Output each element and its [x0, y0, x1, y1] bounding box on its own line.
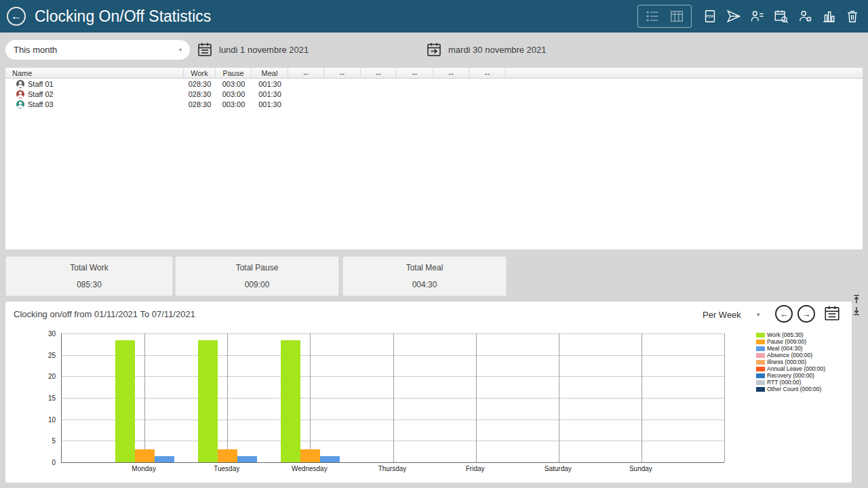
work-value: 028:30: [184, 90, 216, 98]
bar-meal: [320, 456, 340, 463]
legend-item: Annual Leave (000:00): [756, 366, 825, 372]
period-dropdown[interactable]: This month ▾: [5, 40, 190, 60]
bar-meal: [155, 456, 174, 463]
chevron-down-icon[interactable]: ▾: [757, 311, 760, 318]
x-axis-label: Monday: [132, 465, 156, 472]
legend-item: Recovery (000:00): [756, 373, 825, 379]
v-gridline: [393, 333, 394, 462]
end-date-picker[interactable]: mardi 30 novembre 2021: [426, 41, 547, 58]
y-tick-label: 25: [48, 351, 56, 359]
column-header-work[interactable]: Work: [184, 68, 216, 78]
staff-avatar: [16, 80, 24, 88]
start-date-picker[interactable]: lundi 1 novembre 2021: [197, 41, 309, 58]
page-title: Clocking On/Off Statistics: [35, 7, 211, 26]
panel-splitter[interactable]: [850, 294, 863, 319]
x-axis-label: Tuesday: [214, 465, 239, 472]
column-header-blank-8[interactable]: --: [433, 68, 469, 78]
table-row[interactable]: Staff 03028:30003:00001:30: [5, 99, 863, 109]
pause-value: 003:00: [216, 80, 252, 88]
staff-name: Staff 02: [28, 90, 54, 98]
legend-item: RTT (000:00): [756, 380, 825, 386]
x-axis-label: Wednesday: [292, 465, 328, 472]
chart-icon[interactable]: [821, 9, 836, 24]
total-work-label: Total Work: [6, 263, 172, 272]
legend-swatch: [756, 380, 765, 385]
chart-calendar-button[interactable]: [823, 304, 841, 322]
table-row[interactable]: Staff 02028:30003:00001:30: [5, 89, 863, 99]
bar-work: [198, 340, 218, 463]
legend-item: Meal (004:30): [756, 346, 825, 352]
calendar-icon: [197, 41, 213, 58]
x-axis-label: Sunday: [629, 465, 652, 472]
user-settings-icon[interactable]: [797, 9, 812, 24]
chart-plot: [61, 333, 724, 463]
pause-value: 003:00: [216, 100, 252, 108]
previous-period-button[interactable]: ←: [775, 305, 793, 323]
v-gridline: [227, 333, 228, 462]
chart-panel: Clocking on/off from 01/11/2021 To 07/11…: [5, 302, 852, 483]
column-header-blank-4[interactable]: --: [288, 68, 324, 78]
total-pause-label: Total Pause: [176, 263, 338, 272]
legend-label: Other Count (000:00): [767, 386, 821, 392]
column-header-name[interactable]: Name: [5, 68, 184, 78]
legend-item: Work (085:30): [756, 332, 825, 338]
meal-value: 001:30: [252, 100, 288, 108]
staff-avatar: [16, 100, 24, 108]
x-axis-label: Saturday: [545, 465, 572, 472]
legend-label: Annual Leave (000:00): [767, 366, 825, 372]
staff-table: NameWorkPauseMeal------------ Staff 0102…: [5, 68, 863, 249]
delete-icon[interactable]: [845, 9, 860, 24]
column-header-blank-9[interactable]: --: [469, 68, 506, 78]
column-header-blank-6[interactable]: --: [361, 68, 397, 78]
column-header-meal[interactable]: Meal: [252, 68, 288, 78]
total-meal-card: Total Meal 004:30: [342, 256, 507, 296]
next-period-button[interactable]: →: [797, 305, 815, 323]
legend-label: Pause (009:00): [767, 339, 806, 345]
work-value: 028:30: [184, 100, 216, 108]
back-arrow-icon: ←: [11, 10, 22, 22]
list-view-icon[interactable]: [645, 9, 660, 24]
calendar-icon: [823, 304, 841, 322]
legend-swatch: [756, 333, 765, 338]
table-row[interactable]: Staff 01028:30003:00001:30: [5, 79, 863, 89]
staff-name: Staff 01: [28, 80, 54, 88]
contact-list-icon[interactable]: [750, 9, 765, 24]
total-work-value: 085:30: [6, 280, 172, 289]
legend-item: Illness (000:00): [756, 359, 825, 365]
total-meal-value: 004:30: [343, 280, 506, 289]
calendar-arrow-icon: [426, 41, 442, 58]
meal-value: 001:30: [252, 80, 288, 88]
pdf-export-icon[interactable]: PDF: [703, 9, 717, 24]
column-header-blank-7[interactable]: --: [397, 68, 433, 78]
v-gridline: [476, 333, 477, 462]
collapse-up-icon: [852, 294, 861, 304]
total-pause-card: Total Pause 009:00: [175, 256, 339, 296]
legend-swatch: [756, 353, 765, 358]
column-header-pause[interactable]: Pause: [216, 68, 252, 78]
legend-label: Meal (004:30): [767, 346, 802, 352]
legend-swatch: [756, 367, 765, 371]
total-work-card: Total Work 085:30: [5, 256, 173, 296]
y-tick-label: 20: [48, 373, 56, 380]
legend-swatch: [756, 346, 765, 351]
total-meal-label: Total Meal: [343, 263, 506, 272]
y-tick-label: 15: [48, 394, 56, 402]
back-button[interactable]: ←: [7, 7, 26, 26]
y-tick-label: 30: [48, 330, 56, 338]
table-view-icon[interactable]: [669, 9, 684, 24]
column-header-blank-5[interactable]: --: [324, 68, 361, 78]
staff-avatar: [16, 90, 24, 98]
chart-period-dropdown[interactable]: Per Week: [703, 310, 741, 320]
calendar-search-icon[interactable]: [774, 9, 789, 24]
legend-swatch: [756, 340, 765, 344]
collapse-down-icon: [852, 306, 861, 316]
bar-pause: [218, 449, 237, 462]
app-header: ← Clocking On/Off Statistics PDF: [0, 0, 868, 33]
chart-title: Clocking on/off from 01/11/2021 To 07/11…: [14, 309, 195, 319]
legend-swatch: [756, 360, 765, 365]
v-gridline: [310, 333, 311, 462]
legend-label: Illness (000:00): [767, 359, 806, 365]
work-value: 028:30: [184, 80, 216, 88]
meal-value: 001:30: [252, 90, 288, 98]
send-icon[interactable]: [726, 9, 741, 24]
